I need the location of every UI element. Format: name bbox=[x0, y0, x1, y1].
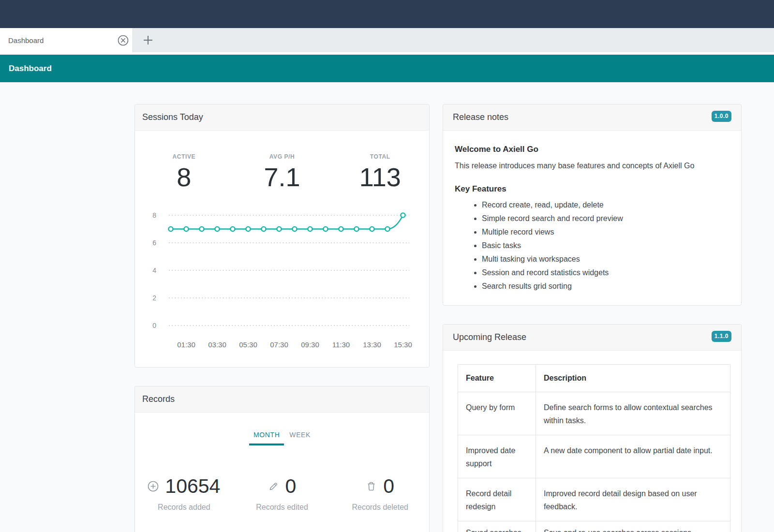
welcome-heading: Welcome to Axiell Go bbox=[455, 144, 729, 155]
records-edited-label: Records edited bbox=[233, 503, 331, 512]
top-navigation-bar bbox=[0, 0, 774, 28]
feature-item: Session and record statistics widgets bbox=[482, 266, 729, 280]
svg-text:8: 8 bbox=[152, 211, 156, 219]
feature-item: Multi tasking via workspaces bbox=[482, 252, 729, 266]
svg-text:07:30: 07:30 bbox=[270, 340, 288, 349]
sessions-card-title: Sessions Today bbox=[142, 112, 203, 122]
records-deleted-value: 0 bbox=[383, 476, 394, 496]
feature-item: Simple record search and record preview bbox=[482, 212, 729, 225]
records-stats: 10654 Records added 0 Records edited bbox=[135, 476, 429, 512]
sessions-stats: ACTIVE 8 AVG P/H 7.1 TOTAL 113 bbox=[135, 153, 429, 189]
new-tab-plus-icon[interactable] bbox=[143, 35, 153, 45]
dashboard-content: Sessions Today ACTIVE 8 AVG P/H 7.1 TOTA… bbox=[0, 82, 774, 532]
table-row: Saved searches Save and re-use searches … bbox=[458, 521, 730, 532]
plus-circle-icon bbox=[148, 481, 159, 492]
records-added-value: 10654 bbox=[165, 476, 220, 496]
feature-cell: Improved date support bbox=[458, 435, 536, 478]
svg-text:11:30: 11:30 bbox=[332, 340, 350, 349]
svg-text:6: 6 bbox=[152, 239, 156, 247]
upcoming-release-card: Upcoming Release 1.1.0 Feature Descripti… bbox=[443, 324, 742, 532]
description-cell: Save and re-use searches across sessions… bbox=[536, 521, 730, 532]
table-header-row: Feature Description bbox=[458, 365, 730, 392]
close-tab-icon[interactable] bbox=[118, 35, 129, 46]
description-cell: A new date component to allow partial da… bbox=[536, 435, 730, 478]
feature-cell: Saved searches bbox=[458, 521, 536, 532]
feature-item: Multiple record views bbox=[482, 225, 729, 239]
svg-text:4: 4 bbox=[152, 266, 156, 274]
records-tab-week[interactable]: WEEK bbox=[285, 431, 315, 445]
release-notes-title: Release notes bbox=[453, 112, 508, 122]
stat-active-value: 8 bbox=[135, 166, 233, 189]
svg-text:13:30: 13:30 bbox=[363, 340, 381, 349]
description-column-header: Description bbox=[536, 365, 730, 392]
pencil-icon bbox=[268, 481, 279, 492]
feature-item: Search results grid sorting bbox=[482, 280, 729, 293]
svg-text:03:30: 03:30 bbox=[208, 340, 226, 349]
records-added-stat: 10654 Records added bbox=[135, 476, 233, 512]
key-features-heading: Key Features bbox=[455, 184, 729, 194]
stat-avg-ph-value: 7.1 bbox=[233, 166, 331, 189]
release-notes-card: Release notes 1.0.0 Welcome to Axiell Go… bbox=[443, 104, 742, 306]
svg-text:01:30: 01:30 bbox=[177, 340, 195, 349]
release-notes-body: Welcome to Axiell Go This release introd… bbox=[443, 144, 741, 293]
records-edited-stat: 0 Records edited bbox=[233, 476, 331, 512]
table-row: Query by form Define search forms to all… bbox=[458, 392, 730, 435]
svg-text:09:30: 09:30 bbox=[301, 340, 319, 349]
feature-column-header: Feature bbox=[458, 365, 536, 392]
upcoming-release-title: Upcoming Release bbox=[453, 332, 526, 342]
svg-text:15:30: 15:30 bbox=[394, 340, 412, 349]
records-card: Records MONTH WEEK 10654 Records added bbox=[134, 386, 430, 532]
upcoming-release-header: Upcoming Release 1.1.0 bbox=[443, 325, 741, 351]
page-header: Dashboard bbox=[0, 55, 774, 82]
table-row: Record detail redesign Improved record d… bbox=[458, 478, 730, 521]
page-title: Dashboard bbox=[9, 64, 52, 74]
description-cell: Define search forms to allow contextual … bbox=[536, 392, 730, 435]
sessions-card-header: Sessions Today bbox=[135, 104, 429, 131]
welcome-text: This release introduces many base featur… bbox=[455, 161, 729, 171]
records-deleted-label: Records deleted bbox=[331, 503, 429, 512]
feature-cell: Record detail redesign bbox=[458, 478, 536, 521]
sessions-line-chart: 0246801:3003:3005:3007:3009:3011:3013:30… bbox=[135, 201, 430, 351]
svg-text:0: 0 bbox=[152, 322, 156, 329]
records-card-header: Records bbox=[135, 386, 429, 413]
key-features-list: Record create, read, update, delete Simp… bbox=[455, 198, 729, 293]
records-added-label: Records added bbox=[135, 503, 233, 512]
stat-avg-ph: AVG P/H 7.1 bbox=[233, 153, 331, 189]
records-period-tabs: MONTH WEEK bbox=[135, 431, 429, 445]
feature-item: Basic tasks bbox=[482, 239, 729, 252]
stat-total-label: TOTAL bbox=[331, 153, 429, 160]
upcoming-features-table: Feature Description Query by form Define… bbox=[458, 364, 730, 532]
stat-total-value: 113 bbox=[331, 166, 429, 189]
sessions-today-card: Sessions Today ACTIVE 8 AVG P/H 7.1 TOTA… bbox=[134, 104, 430, 368]
tab-dashboard-label: Dashboard bbox=[8, 36, 118, 44]
stat-active-label: ACTIVE bbox=[135, 153, 233, 160]
stat-active: ACTIVE 8 bbox=[135, 153, 233, 189]
release-version-badge: 1.0.0 bbox=[712, 111, 731, 122]
tab-dashboard[interactable]: Dashboard bbox=[0, 28, 133, 52]
stat-total: TOTAL 113 bbox=[331, 153, 429, 189]
feature-item: Record create, read, update, delete bbox=[482, 198, 729, 212]
records-deleted-stat: 0 Records deleted bbox=[331, 476, 429, 512]
workspace-tab-bar: Dashboard bbox=[0, 28, 774, 52]
description-cell: Improved record detail design based on u… bbox=[536, 478, 730, 521]
trash-icon bbox=[366, 481, 377, 492]
stat-avg-ph-label: AVG P/H bbox=[233, 153, 331, 160]
svg-text:2: 2 bbox=[152, 294, 156, 302]
svg-text:05:30: 05:30 bbox=[239, 340, 257, 349]
records-edited-value: 0 bbox=[285, 476, 297, 496]
table-row: Improved date support A new date compone… bbox=[458, 435, 730, 478]
records-card-title: Records bbox=[142, 394, 175, 404]
release-notes-header: Release notes 1.0.0 bbox=[443, 104, 741, 131]
feature-cell: Query by form bbox=[458, 392, 536, 435]
records-tab-month[interactable]: MONTH bbox=[249, 431, 284, 445]
upcoming-version-badge: 1.1.0 bbox=[712, 331, 731, 342]
